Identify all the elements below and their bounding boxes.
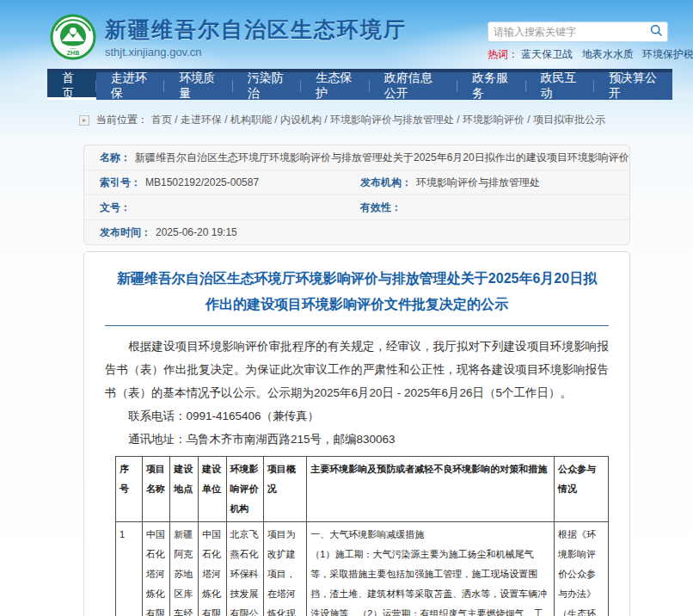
col-header-eia-agency: 环境影响评价机构: [226, 457, 263, 522]
nav-item-budget[interactable]: 预决算公开: [594, 72, 672, 100]
hotword-link-blue-sky[interactable]: 蓝天保卫战: [521, 48, 573, 60]
page: ZHB 新疆维吾尔自治区生态环境厅 sthjt.xinjiang.gov.cn …: [0, 0, 693, 616]
doc-info-row-pubdate: 发布时间：2025-06-20 19:15: [84, 220, 629, 244]
doc-validity-label: 有效性：: [360, 201, 402, 213]
hotword-link-env-tax[interactable]: 环境保护税: [642, 48, 693, 60]
hotwords-label: 热词：: [488, 48, 518, 60]
nav-item-pollution-control[interactable]: 污染防治: [233, 72, 302, 100]
doc-agency-label: 发布机构：: [360, 176, 412, 188]
cell-no: 1: [116, 522, 143, 616]
col-header-location: 建设地点: [170, 457, 199, 522]
site-identity: 新疆维吾尔自治区生态环境厅 sthjt.xinjiang.gov.cn: [105, 15, 407, 59]
doc-agency-value: 环境影响评价与排放管理处: [416, 176, 540, 188]
hotword-link-surface-water[interactable]: 地表水水质: [582, 48, 634, 60]
col-header-builder: 建设单位: [198, 457, 226, 522]
doc-index-value: MB1502192/2025-00587: [145, 176, 259, 188]
projects-table: 序号 项目名称 建设地点 建设单位 环境影响评价机构 项目概况 主要环境影响及预…: [115, 456, 609, 616]
nav-item-env-quality[interactable]: 环境质量: [164, 72, 233, 100]
doc-info-row-docno: 文号： 有效性：: [84, 195, 629, 220]
site-logo-icon: ZHB: [50, 14, 96, 60]
search-icon: [650, 24, 663, 40]
col-header-measures: 主要环境影响及预防或者减轻不良环境影响的对策和措施: [307, 457, 555, 522]
breadcrumb: ▸ 当前位置： 首页 / 走进环保 / 机构职能 / 内设机构 / 环境影响评价…: [79, 113, 605, 127]
projects-table-header-row: 序号 项目名称 建设地点 建设单位 环境影响评价机构 项目概况 主要环境影响及预…: [116, 457, 609, 522]
nav-item-eco-protection[interactable]: 生态保护: [301, 72, 370, 100]
doc-docno-label: 文号：: [100, 201, 131, 213]
breadcrumb-label: 当前位置：: [96, 113, 148, 127]
cell-public-participation: 根据《环境影响评价公众参与办法》（生态环境部令第4号）的规定，建设单位通过: [554, 522, 608, 616]
col-header-no: 序号: [116, 457, 143, 522]
col-header-public-participation: 公众参与情况: [554, 457, 608, 522]
cell-overview: 项目为改扩建项目，在塔河炼化现有炼油加工能力500万吨/年基础上扩建至: [263, 522, 306, 616]
contact-phone: 联系电话：0991-4165406（兼传真）: [105, 404, 609, 428]
doc-name-value: 新疆维吾尔自治区生态环境厅环境影响评价与排放管理处关于2025年6月20日拟作出…: [135, 151, 629, 163]
site-url: sthjt.xinjiang.gov.cn: [105, 46, 407, 59]
nav-item-home[interactable]: 首页: [47, 72, 96, 100]
doc-info-row-name: 名称：新疆维吾尔自治区生态环境厅环境影响评价与排放管理处关于2025年6月20日…: [84, 145, 629, 170]
nav-item-gov-services[interactable]: 政务服务: [457, 72, 526, 100]
search-box[interactable]: [488, 22, 668, 42]
cell-project-name: 中国石化塔河炼化有限责任公司炼化一体化项目: [142, 522, 170, 616]
cell-location: 新疆阿克苏地区库车经济技术开发区: [170, 522, 199, 616]
cell-builder: 中国石化塔河炼化有限责任公司: [198, 522, 226, 616]
nav-bar: 首页 走进环保 环境质量 污染防治 生态保护 政府信息公开 政务服务 政民互动 …: [47, 72, 672, 100]
article-paragraph: 根据建设项目环境影响评价审批程序的有关规定，经审议，我厅拟对下列建设项目环境影响…: [105, 335, 609, 404]
doc-info-row-index: 索引号：MB1502192/2025-00587 发布机构：环境影响评价与排放管…: [84, 170, 629, 195]
nav-item-interaction[interactable]: 政民互动: [526, 72, 595, 100]
cell-measures: 一、大气环境影响减缓措施 （1）施工期：大气污染源主要为施工扬尘和机械尾气等，采…: [307, 522, 555, 616]
search-input[interactable]: [488, 26, 645, 38]
article-box: 新疆维吾尔自治区生态环境厅环境影响评价与排放管理处关于2025年6月20日拟作出…: [83, 251, 630, 616]
col-header-overview: 项目概况: [263, 457, 306, 522]
doc-pubdate-value: 2025-06-20 19:15: [156, 226, 237, 238]
contact-address: 通讯地址：乌鲁木齐市南湖西路215号，邮编830063: [105, 428, 609, 451]
cell-eia-agency: 北京飞燕石化环保科技发展有限公司: [226, 522, 263, 616]
doc-index-label: 索引号：: [100, 176, 141, 188]
article-title: 新疆维吾尔自治区生态环境厅环境影响评价与排放管理处关于2025年6月20日拟作出…: [105, 266, 609, 317]
table-row: 1 中国石化塔河炼化有限责任公司炼化一体化项目 新疆阿克苏地区库车经济技术开发区…: [116, 522, 609, 616]
col-header-project-name: 项目名称: [142, 457, 170, 522]
doc-name-label: 名称：: [100, 151, 131, 163]
title-divider: [105, 325, 609, 326]
search-button[interactable]: [645, 22, 667, 41]
nav-item-gov-info[interactable]: 政府信息公开: [370, 72, 457, 100]
hotwords-row: 热词： 蓝天保卫战 地表水水质 环境保护税 高级搜索: [488, 47, 693, 62]
nav-item-about[interactable]: 走进环保: [96, 72, 165, 100]
breadcrumb-icon: ▸: [79, 115, 89, 126]
site-title: 新疆维吾尔自治区生态环境厅: [105, 15, 407, 44]
doc-pubdate-label: 发布时间：: [100, 226, 151, 238]
svg-text:ZHB: ZHB: [67, 50, 79, 56]
breadcrumb-path[interactable]: 首页 / 走进环保 / 机构职能 / 内设机构 / 环境影响评价与排放管理处 /…: [151, 113, 605, 127]
doc-info-box: 名称：新疆维吾尔自治区生态环境厅环境影响评价与排放管理处关于2025年6月20日…: [83, 145, 630, 245]
main-nav: 首页 走进环保 环境质量 污染防治 生态保护 政府信息公开 政务服务 政民互动 …: [47, 69, 672, 100]
